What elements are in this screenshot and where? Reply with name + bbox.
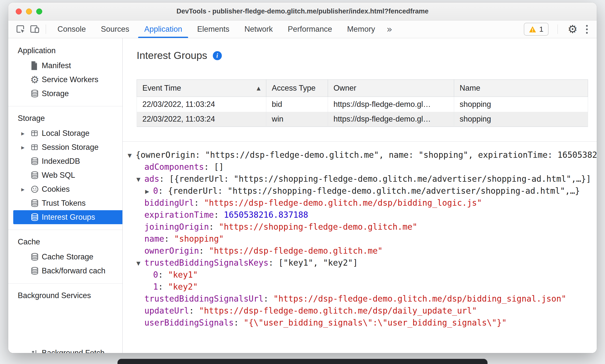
sidebar-item-session-storage[interactable]: ▸Session Storage xyxy=(13,140,122,154)
sidebar-section-title: Background Services xyxy=(8,288,122,304)
preview-text: : [] xyxy=(204,162,224,172)
column-header-owner[interactable]: Owner xyxy=(328,80,454,97)
sidebar-item-background-fetch[interactable]: Background Fetch xyxy=(13,346,122,353)
tree-line[interactable]: updateUrl: "https://dsp-fledge-demo.glit… xyxy=(128,305,597,317)
preview-text: : xyxy=(264,294,274,304)
interest-groups-table: Event Time▲Access TypeOwnerName 22/03/20… xyxy=(137,79,588,127)
tree-line[interactable]: trustedBiddingSignalsUrl: "https://dsp-f… xyxy=(128,293,597,305)
string-value: "https://dsp-fledge-demo.glitch.me/dsp/b… xyxy=(274,294,566,304)
tree-line[interactable]: ownerOrigin: "https://dsp-fledge-demo.gl… xyxy=(128,245,597,257)
sidebar-item-label: Cookies xyxy=(42,185,70,194)
expand-arrow-icon[interactable]: ▸ xyxy=(21,130,30,137)
tree-line[interactable]: expirationTime: 1650538216.837188 xyxy=(128,209,597,221)
sidebar-item-service-workers[interactable]: ⚙Service Workers xyxy=(13,73,122,87)
preview-text: : xyxy=(194,198,204,208)
more-tabs-button[interactable]: » xyxy=(383,24,396,34)
property-name: name xyxy=(144,234,164,244)
cell-access-type: win xyxy=(266,112,328,127)
minimize-button[interactable] xyxy=(26,8,32,14)
collapse-arrow-icon[interactable]: ▼ xyxy=(136,174,144,185)
string-value: "https://dsp-fledge-demo.glitch.me/dsp/b… xyxy=(204,198,482,208)
tree-line[interactable]: 0: "key1" xyxy=(128,269,597,281)
device-toolbar-icon[interactable] xyxy=(28,22,42,36)
collapse-arrow-icon[interactable]: ▼ xyxy=(136,257,144,269)
database-icon xyxy=(30,252,42,261)
settings-gear-icon[interactable]: ⚙ xyxy=(567,24,579,35)
inspect-element-icon[interactable] xyxy=(14,22,28,36)
column-header-event-time[interactable]: Event Time▲ xyxy=(137,80,266,97)
gear-icon: ⚙ xyxy=(30,75,42,85)
string-value: "key1" xyxy=(168,270,198,280)
database-icon xyxy=(30,89,42,98)
property-name: 1 xyxy=(153,282,158,292)
document-icon xyxy=(30,61,42,70)
sidebar-section-title: Storage xyxy=(8,110,122,126)
tab-sources[interactable]: Sources xyxy=(93,20,137,38)
toolbar-divider xyxy=(558,24,558,34)
tree-line[interactable]: name: "shopping" xyxy=(128,233,597,245)
sidebar-item-trust-tokens[interactable]: Trust Tokens xyxy=(13,196,122,210)
tree-line[interactable]: 1: "key2" xyxy=(128,281,597,293)
sidebar-section-title: Cache xyxy=(8,234,122,250)
traffic-lights xyxy=(16,2,42,20)
sidebar-item-web-sql[interactable]: Web SQL xyxy=(13,168,122,182)
property-name: biddingUrl xyxy=(144,198,194,208)
interest-group-json-tree: ▼{ownerOrigin: "https://dsp-fledge-demo.… xyxy=(123,142,597,329)
preview-text: : xyxy=(158,282,168,292)
sidebar-section-background-services: Background ServicesBackground Fetch xyxy=(8,283,122,353)
info-icon[interactable]: i xyxy=(213,51,222,60)
tree-line[interactable]: joiningOrigin: "https://shopping-fledge-… xyxy=(128,221,597,233)
devtools-window: DevTools - publisher-fledge-demo.glitch.… xyxy=(8,2,597,353)
string-value: "key2" xyxy=(168,282,198,292)
tab-memory[interactable]: Memory xyxy=(340,20,383,38)
column-header-name[interactable]: Name xyxy=(454,80,588,97)
tab-application[interactable]: Application xyxy=(137,20,190,38)
column-header-access-type[interactable]: Access Type xyxy=(266,80,328,97)
string-value: "https://shopping-fledge-demo.glitch.me" xyxy=(219,222,417,232)
collapse-arrow-icon[interactable]: ▼ xyxy=(128,150,136,162)
sidebar-item-local-storage[interactable]: ▸Local Storage xyxy=(13,126,122,140)
tab-elements[interactable]: Elements xyxy=(190,20,237,38)
titlebar[interactable]: DevTools - publisher-fledge-demo.glitch.… xyxy=(8,2,597,20)
tree-line[interactable]: userBiddingSignals: "{\"user_bidding_sig… xyxy=(128,317,597,329)
sidebar-item-cache-storage[interactable]: Cache Storage xyxy=(13,250,122,264)
sidebar-item-indexeddb[interactable]: IndexedDB xyxy=(13,154,122,168)
issues-badge[interactable]: 1 xyxy=(524,23,549,36)
table-row[interactable]: 22/03/2022, 11:03:24bidhttps://dsp-fledg… xyxy=(137,97,588,112)
database-icon xyxy=(30,171,42,180)
preview-text: : xyxy=(164,234,174,244)
tab-performance[interactable]: Performance xyxy=(280,20,339,38)
string-value: "{\"user_bidding_signals\":\"user_biddin… xyxy=(244,318,507,328)
sidebar-item-interest-groups[interactable]: Interest Groups xyxy=(13,210,122,224)
tree-line[interactable]: ▼{ownerOrigin: "https://dsp-fledge-demo.… xyxy=(128,149,597,161)
column-label: Event Time xyxy=(142,84,181,93)
expand-arrow-icon[interactable]: ▸ xyxy=(21,144,30,151)
panel-title-row: Interest Groups i xyxy=(137,50,597,61)
content-area: ApplicationManifest⚙Service WorkersStora… xyxy=(8,38,597,353)
sidebar-item-label: Service Workers xyxy=(42,75,98,84)
more-options-icon[interactable] xyxy=(584,23,590,35)
tab-console[interactable]: Console xyxy=(50,20,93,38)
preview-text: : xyxy=(209,222,219,232)
sidebar-item-manifest[interactable]: Manifest xyxy=(13,59,122,73)
sidebar-item-cookies[interactable]: ▸Cookies xyxy=(13,182,122,196)
property-name: userBiddingSignals xyxy=(144,318,234,328)
expand-arrow-icon[interactable]: ▶ xyxy=(145,185,153,197)
zoom-button[interactable] xyxy=(36,8,42,14)
sidebar-item-label: Background Fetch xyxy=(42,349,105,353)
sidebar-section-storage: Storage▸Local Storage▸Session StorageInd… xyxy=(8,106,122,229)
preview-text: : {renderUrl: "https://shopping-fledge-d… xyxy=(158,186,580,196)
close-button[interactable] xyxy=(16,8,22,14)
cell-access-type: bid xyxy=(266,97,328,112)
macos-dock[interactable] xyxy=(117,359,488,364)
tree-line[interactable]: adComponents: [] xyxy=(128,161,597,173)
tree-line[interactable]: ▶0: {renderUrl: "https://shopping-fledge… xyxy=(128,185,597,197)
tree-line[interactable]: ▼trustedBiddingSignalsKeys: ["key1", "ke… xyxy=(128,257,597,269)
table-row[interactable]: 22/03/2022, 11:03:24winhttps://dsp-fledg… xyxy=(137,112,588,127)
tree-line[interactable]: biddingUrl: "https://dsp-fledge-demo.gli… xyxy=(128,197,597,209)
tree-line[interactable]: ▼ads: [{renderUrl: "https://shopping-fle… xyxy=(128,173,597,185)
expand-arrow-icon[interactable]: ▸ xyxy=(21,185,30,193)
sidebar-item-storage[interactable]: Storage xyxy=(13,87,122,101)
tab-network[interactable]: Network xyxy=(237,20,280,38)
sidebar-item-back-forward-cach[interactable]: Back/forward cach xyxy=(13,264,122,278)
